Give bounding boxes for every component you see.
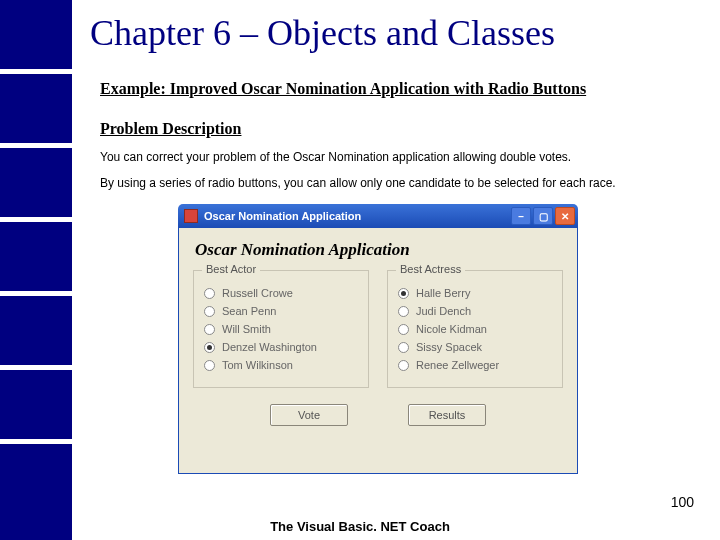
radio-halle-berry[interactable]: Halle Berry bbox=[398, 287, 552, 299]
radio-judi-dench[interactable]: Judi Dench bbox=[398, 305, 552, 317]
sidebar-block bbox=[0, 296, 72, 365]
radio-sissy-spacek[interactable]: Sissy Spacek bbox=[398, 341, 552, 353]
app-heading: Oscar Nomination Application bbox=[195, 240, 563, 260]
radio-icon bbox=[398, 306, 409, 317]
group-best-actress: Best Actress Halle Berry Judi Dench Nico… bbox=[387, 270, 563, 388]
radio-label: Sean Penn bbox=[222, 305, 276, 317]
radio-label: Judi Dench bbox=[416, 305, 471, 317]
radio-denzel-washington[interactable]: Denzel Washington bbox=[204, 341, 358, 353]
radio-label: Tom Wilkinson bbox=[222, 359, 293, 371]
radio-label: Will Smith bbox=[222, 323, 271, 335]
radio-label: Russell Crowe bbox=[222, 287, 293, 299]
group-best-actor: Best Actor Russell Crowe Sean Penn Will … bbox=[193, 270, 369, 388]
maximize-icon[interactable]: ▢ bbox=[533, 207, 553, 225]
radio-russell-crowe[interactable]: Russell Crowe bbox=[204, 287, 358, 299]
group-legend-actress: Best Actress bbox=[396, 263, 465, 275]
radio-label: Nicole Kidman bbox=[416, 323, 487, 335]
sidebar-block bbox=[0, 74, 72, 143]
radio-renee-zellweger[interactable]: Renee Zellweger bbox=[398, 359, 552, 371]
radio-icon bbox=[204, 342, 215, 353]
sidebar-block bbox=[0, 148, 72, 217]
radio-will-smith[interactable]: Will Smith bbox=[204, 323, 358, 335]
radio-icon bbox=[204, 288, 215, 299]
radio-icon bbox=[398, 360, 409, 371]
vote-button[interactable]: Vote bbox=[270, 404, 348, 426]
results-button[interactable]: Results bbox=[408, 404, 486, 426]
sidebar-block bbox=[0, 370, 72, 439]
body-text-1: You can correct your problem of the Osca… bbox=[100, 150, 571, 164]
radio-icon bbox=[398, 324, 409, 335]
group-legend-actor: Best Actor bbox=[202, 263, 260, 275]
sidebar-decoration bbox=[0, 0, 72, 540]
sidebar-block bbox=[0, 0, 72, 69]
titlebar: Oscar Nomination Application – ▢ ✕ bbox=[178, 204, 578, 228]
example-heading: Example: Improved Oscar Nomination Appli… bbox=[100, 80, 586, 98]
radio-icon bbox=[204, 360, 215, 371]
radio-label: Sissy Spacek bbox=[416, 341, 482, 353]
close-icon[interactable]: ✕ bbox=[555, 207, 575, 225]
app-icon bbox=[184, 209, 198, 223]
radio-tom-wilkinson[interactable]: Tom Wilkinson bbox=[204, 359, 358, 371]
radio-label: Renee Zellweger bbox=[416, 359, 499, 371]
minimize-icon[interactable]: – bbox=[511, 207, 531, 225]
radio-sean-penn[interactable]: Sean Penn bbox=[204, 305, 358, 317]
body-text-2: By using a series of radio buttons, you … bbox=[100, 176, 616, 190]
chapter-title: Chapter 6 – Objects and Classes bbox=[90, 12, 555, 54]
sidebar-block bbox=[0, 222, 72, 291]
window-title: Oscar Nomination Application bbox=[204, 210, 509, 222]
footer-text: The Visual Basic. NET Coach bbox=[0, 519, 720, 534]
radio-label: Denzel Washington bbox=[222, 341, 317, 353]
app-window: Oscar Nomination Application – ▢ ✕ Oscar… bbox=[178, 204, 578, 474]
problem-description-heading: Problem Description bbox=[100, 120, 241, 138]
page-number: 100 bbox=[671, 494, 694, 510]
radio-label: Halle Berry bbox=[416, 287, 470, 299]
radio-icon bbox=[398, 342, 409, 353]
radio-nicole-kidman[interactable]: Nicole Kidman bbox=[398, 323, 552, 335]
radio-icon bbox=[398, 288, 409, 299]
window-body: Oscar Nomination Application Best Actor … bbox=[178, 228, 578, 474]
radio-icon bbox=[204, 324, 215, 335]
radio-icon bbox=[204, 306, 215, 317]
